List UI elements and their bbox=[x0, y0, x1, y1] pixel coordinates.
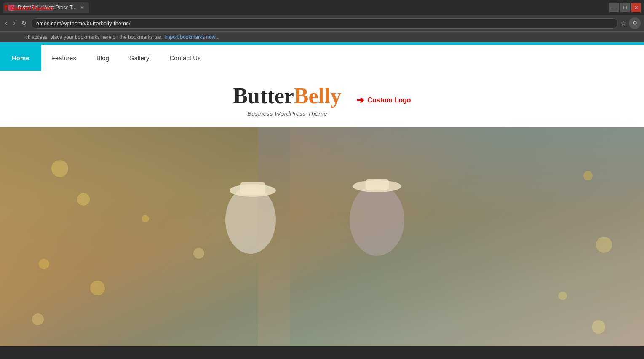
logo-annotation-arrow-icon: ➔ bbox=[356, 95, 364, 106]
back-button[interactable]: ‹ bbox=[3, 19, 9, 28]
import-bookmarks-link[interactable]: Import bookmarks now... bbox=[164, 34, 219, 40]
logo-container: Butter Belly Business WordPress Theme ➔ … bbox=[233, 83, 411, 117]
svg-point-3 bbox=[350, 184, 404, 256]
tab-bar: ↗ Custom Favicon ButterBelly WordPress T… bbox=[0, 0, 644, 15]
browser-chrome: ↗ Custom Favicon ButterBelly WordPress T… bbox=[0, 0, 644, 42]
minimize-button[interactable]: — bbox=[609, 3, 619, 12]
site-logo: Butter Belly Business WordPress Theme bbox=[233, 83, 341, 117]
address-bar-row: ‹ › ↻ ☆ ⚙ bbox=[0, 15, 644, 31]
nav-item-gallery[interactable]: Gallery bbox=[119, 45, 160, 71]
hero-image bbox=[0, 127, 644, 346]
favicon-arrow-icon: ↗ bbox=[0, 3, 11, 13]
maximize-button[interactable]: ☐ bbox=[620, 3, 630, 12]
hero-logo-area: Butter Belly Business WordPress Theme ➔ … bbox=[0, 71, 644, 127]
forward-button[interactable]: › bbox=[11, 19, 17, 28]
nav-item-home[interactable]: Home bbox=[0, 45, 41, 71]
navigation-bar: Home Features Blog Gallery Contact Us bbox=[0, 45, 644, 71]
nav-item-blog[interactable]: Blog bbox=[86, 45, 119, 71]
bookmarks-bar: ck access, place your bookmarks here on … bbox=[0, 31, 644, 42]
svg-rect-2 bbox=[240, 182, 265, 195]
custom-logo-label: Custom Logo bbox=[367, 96, 411, 104]
logo-belly: Belly bbox=[294, 83, 342, 108]
nav-item-features[interactable]: Features bbox=[41, 45, 86, 71]
nav-links: Features Blog Gallery Contact Us bbox=[41, 45, 211, 71]
couple-silhouette bbox=[133, 136, 512, 346]
tab-close-button[interactable]: ✕ bbox=[80, 5, 84, 11]
extension-button[interactable]: ⚙ bbox=[629, 17, 641, 29]
logo-tagline: Business WordPress Theme bbox=[233, 110, 341, 117]
bookmarks-text: ck access, place your bookmarks here on … bbox=[25, 34, 163, 40]
nav-item-contact[interactable]: Contact Us bbox=[159, 45, 211, 71]
logo-butter: Butter bbox=[233, 83, 294, 108]
custom-favicon-label: Custom Favicon bbox=[11, 5, 53, 11]
reload-button[interactable]: ↻ bbox=[20, 19, 28, 27]
svg-rect-5 bbox=[366, 179, 389, 190]
address-input[interactable] bbox=[31, 18, 618, 29]
website-content: Home Features Blog Gallery Contact Us Bu… bbox=[0, 45, 644, 346]
close-button[interactable]: ✕ bbox=[631, 3, 641, 12]
custom-logo-annotation: ➔ Custom Logo bbox=[356, 95, 411, 106]
favicon-annotation: ↗ Custom Favicon bbox=[3, 3, 53, 13]
bookmark-star-button[interactable]: ☆ bbox=[620, 19, 626, 27]
window-controls: — ☐ ✕ bbox=[609, 3, 641, 12]
